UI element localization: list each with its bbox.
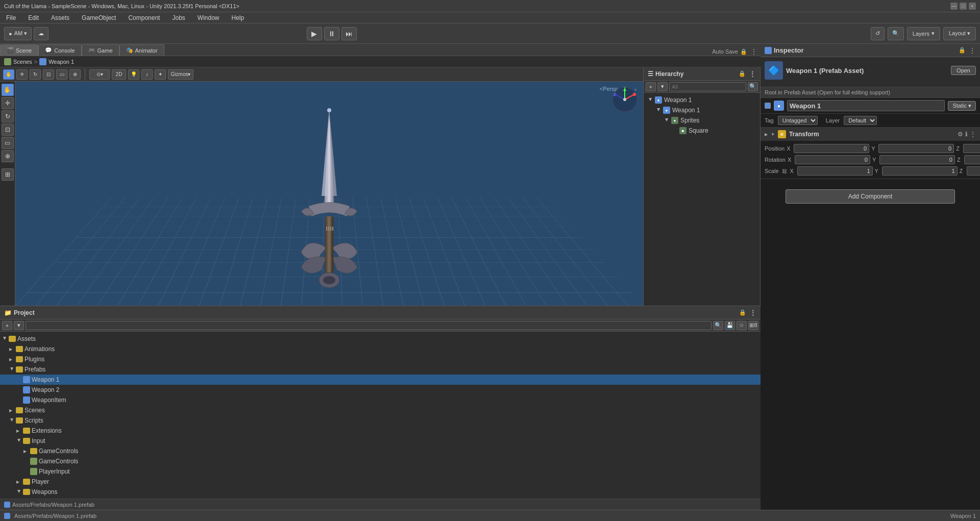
menu-component[interactable]: Component bbox=[126, 13, 162, 22]
project-dropdown-btn[interactable]: ▾ bbox=[14, 321, 24, 330]
rotate-tool[interactable]: ↻ bbox=[30, 69, 41, 80]
gizmo-widget[interactable]: X Y Z × bbox=[611, 86, 639, 114]
project-search-input[interactable] bbox=[26, 321, 712, 330]
tree-item-weapon1-root[interactable]: ▶ ● Weapon 1 bbox=[644, 95, 760, 105]
scale-z-input[interactable] bbox=[967, 166, 980, 176]
folder-extensions[interactable]: ▶ Extensions bbox=[0, 426, 761, 436]
folder-assets[interactable]: ▶ Assets bbox=[0, 334, 761, 344]
file-weapon2-prefab[interactable]: Weapon 2 bbox=[0, 385, 761, 395]
minimize-button[interactable]: — bbox=[950, 3, 958, 10]
rect-side-tool[interactable]: ▭ bbox=[2, 137, 14, 149]
folder-prefabs[interactable]: ▶ Prefabs bbox=[0, 364, 761, 375]
static-dropdown-button[interactable]: Static ▾ bbox=[948, 101, 976, 111]
project-find-btn[interactable]: 🔍 bbox=[713, 321, 723, 330]
step-button[interactable]: ⏭ bbox=[341, 27, 357, 40]
hand-tool[interactable]: ✋ bbox=[3, 69, 14, 80]
scale-tool[interactable]: ⊡ bbox=[43, 69, 54, 80]
folder-input[interactable]: ▶ Input bbox=[0, 436, 761, 446]
tree-item-sprites[interactable]: ▶ ● Sprites bbox=[644, 115, 760, 126]
hierarchy-search-btn[interactable]: 🔍 bbox=[748, 82, 758, 91]
gizmos-btn[interactable]: Gizmos▾ bbox=[168, 69, 193, 80]
search-button[interactable]: 🔍 bbox=[888, 27, 904, 40]
rotation-x-input[interactable] bbox=[795, 155, 870, 164]
layer-dropdown[interactable]: Default bbox=[844, 116, 877, 125]
tab-animator[interactable]: 🎭 Animator bbox=[119, 44, 164, 56]
hierarchy-menu-icon[interactable]: ⋮ bbox=[749, 70, 756, 78]
undo-button[interactable]: ↺ bbox=[871, 27, 885, 40]
move-tool[interactable]: ✛ bbox=[16, 69, 28, 80]
rotation-y-input[interactable] bbox=[879, 155, 955, 164]
file-gamecontrols-script[interactable]: GameControls bbox=[0, 456, 761, 466]
play-button[interactable]: ▶ bbox=[307, 27, 322, 40]
maximize-button[interactable]: □ bbox=[960, 3, 967, 10]
scale-link-icon[interactable]: ⛓ bbox=[781, 167, 788, 175]
cloud-button[interactable]: ☁ bbox=[34, 27, 48, 40]
scale-side-tool[interactable]: ⊡ bbox=[2, 123, 14, 136]
move-side-tool[interactable]: ✛ bbox=[2, 97, 14, 109]
snap-tool[interactable]: ⊞ bbox=[2, 168, 14, 181]
folder-animations[interactable]: ▶ Animations bbox=[0, 344, 761, 354]
project-menu-icon[interactable]: ⋮ bbox=[749, 309, 756, 317]
hierarchy-add-btn[interactable]: + bbox=[646, 82, 656, 91]
layout-button[interactable]: Layout ▾ bbox=[943, 27, 976, 40]
transform-settings-icon[interactable]: ⚙ bbox=[958, 131, 963, 138]
tag-dropdown[interactable]: Untagged bbox=[778, 116, 818, 125]
audio-btn[interactable]: ♪ bbox=[141, 69, 153, 80]
scene-menu-icon[interactable]: ⋮ bbox=[750, 47, 757, 56]
tab-console[interactable]: 💬 Console bbox=[38, 44, 81, 56]
scale-y-input[interactable] bbox=[882, 166, 958, 176]
tree-item-weapon1-child[interactable]: ▶ ● Weapon 1 bbox=[644, 105, 760, 115]
project-add-btn[interactable]: + bbox=[2, 321, 12, 330]
add-component-button[interactable]: Add Component bbox=[786, 189, 954, 204]
multi-side-tool[interactable]: ⊕ bbox=[2, 150, 14, 162]
lights-btn[interactable]: 💡 bbox=[128, 69, 139, 80]
close-button[interactable]: × bbox=[969, 3, 976, 10]
scene-lock-icon[interactable]: 🔒 bbox=[740, 48, 747, 55]
transform-info-icon[interactable]: ℹ bbox=[965, 131, 968, 138]
position-z-input[interactable] bbox=[963, 144, 980, 153]
transform-header[interactable]: ▶ ▼ ⊕ Transform ⚙ ℹ ⋮ bbox=[761, 128, 980, 141]
pivot-btn[interactable]: ⊙▾ bbox=[89, 69, 110, 80]
hierarchy-dropdown-btn[interactable]: ▾ bbox=[657, 82, 668, 91]
view-tool[interactable]: ✋ bbox=[2, 84, 14, 96]
tab-game[interactable]: 🎮 Game bbox=[82, 44, 119, 56]
folder-weapons[interactable]: ▶ Weapons bbox=[0, 487, 761, 497]
inspector-menu-icon[interactable]: ⋮ bbox=[969, 46, 976, 55]
2d-btn[interactable]: 2D bbox=[112, 69, 126, 80]
project-lock-icon[interactable]: 🔒 bbox=[739, 309, 746, 316]
layers-button[interactable]: Layers ▾ bbox=[907, 27, 940, 40]
inspector-lock-icon[interactable]: 🔒 bbox=[959, 47, 966, 54]
fx-btn[interactable]: ✦ bbox=[155, 69, 166, 80]
tree-item-square[interactable]: ■ Square bbox=[644, 126, 760, 136]
project-fav-btn[interactable]: ☆ bbox=[737, 321, 747, 330]
menu-window[interactable]: Window bbox=[195, 13, 222, 22]
menu-gameobject[interactable]: GameObject bbox=[80, 13, 118, 22]
project-extra-btn[interactable]: ⊞8 bbox=[748, 321, 758, 330]
menu-jobs[interactable]: Jobs bbox=[170, 13, 187, 22]
transform-tool[interactable]: ⊕ bbox=[69, 69, 81, 80]
tab-scene[interactable]: 🎬 Scene bbox=[0, 44, 38, 56]
position-x-input[interactable] bbox=[794, 144, 869, 153]
folder-player[interactable]: ▶ Player bbox=[0, 477, 761, 487]
folder-scripts[interactable]: ▶ Scripts bbox=[0, 415, 761, 426]
account-button[interactable]: ● AM ▾ bbox=[4, 27, 32, 40]
folder-plugins[interactable]: ▶ Plugins bbox=[0, 354, 761, 364]
rotation-z-input[interactable] bbox=[964, 155, 980, 164]
open-prefab-button[interactable]: Open bbox=[951, 66, 976, 75]
transform-context-icon[interactable]: ⋮ bbox=[970, 131, 976, 138]
position-y-input[interactable] bbox=[878, 144, 954, 153]
rect-tool[interactable]: ▭ bbox=[56, 69, 67, 80]
go-enabled-checkbox[interactable] bbox=[765, 103, 771, 109]
rotate-side-tool[interactable]: ↻ bbox=[2, 110, 14, 122]
folder-scenes[interactable]: ▶ Scenes bbox=[0, 405, 761, 415]
file-weapon1-prefab[interactable]: Weapon 1 bbox=[0, 375, 761, 385]
menu-edit[interactable]: Edit bbox=[26, 13, 41, 22]
scene-viewport[interactable]: <Persp bbox=[15, 82, 643, 306]
file-weaponitem-prefab[interactable]: WeaponItem bbox=[0, 395, 761, 405]
folder-gamecontrols[interactable]: ▶ GameControls bbox=[0, 446, 761, 456]
scale-x-input[interactable] bbox=[797, 166, 873, 176]
menu-help[interactable]: Help bbox=[230, 13, 247, 22]
menu-assets[interactable]: Assets bbox=[49, 13, 71, 22]
hierarchy-search-input[interactable] bbox=[669, 82, 746, 91]
menu-file[interactable]: File bbox=[4, 13, 18, 22]
